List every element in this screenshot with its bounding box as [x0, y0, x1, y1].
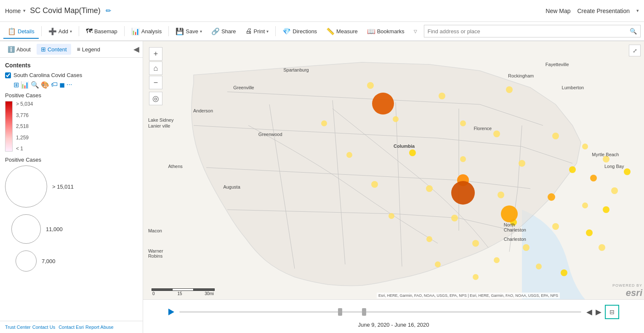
svg-point-40: [501, 205, 518, 222]
share-label: Share: [221, 28, 236, 35]
svg-point-27: [552, 223, 559, 230]
svg-point-32: [494, 257, 500, 263]
scale-graphic: 0 15 30mi: [152, 288, 215, 296]
main-content: ℹ️ About ⊞ Content ≡ Legend ◀ Contents S…: [0, 41, 644, 333]
edit-pencil-icon[interactable]: ✏: [106, 7, 111, 15]
report-abuse-link[interactable]: Report Abuse: [85, 325, 114, 330]
sidebar-tabs: ℹ️ About ⊞ Content ≡ Legend ◀: [0, 41, 143, 58]
legend-tab-label: Legend: [82, 46, 100, 53]
home-link[interactable]: Home: [5, 8, 21, 14]
svg-point-8: [552, 133, 559, 139]
layer-tool-chart-icon[interactable]: 📊: [21, 81, 29, 89]
layer-tool-style-icon[interactable]: 🎨: [41, 81, 49, 89]
add-button[interactable]: ➕ Add ▾: [44, 25, 76, 39]
gradient-label-1: 1,259: [16, 135, 33, 141]
expand-button[interactable]: ⤢: [629, 45, 641, 56]
directions-button[interactable]: 💎 Directions: [278, 25, 321, 39]
svg-point-7: [493, 131, 500, 137]
timeline-controls: ◀ ▶ ⊟: [168, 305, 619, 319]
contact-esri-link[interactable]: Contact Esri: [59, 325, 84, 330]
timeline-next-button[interactable]: ▶: [596, 307, 601, 317]
svg-point-19: [371, 181, 378, 188]
bookmarks-button[interactable]: 📖 Bookmarks: [363, 25, 409, 39]
bubble-item-large: > 15,011: [5, 165, 138, 208]
timeline-handle-end[interactable]: [362, 308, 366, 316]
layer-tool-filter-icon[interactable]: 🔍: [31, 81, 39, 89]
svg-point-31: [523, 244, 530, 251]
attribution: Esri, HERE, Garmin, FAO, NOAA, USGS, EPA…: [377, 293, 560, 298]
gradient-label-3: 3,776: [16, 112, 33, 118]
details-button[interactable]: 📋 Details: [3, 25, 39, 39]
layer-tool-table-icon[interactable]: ⊞: [13, 81, 19, 89]
map-controls: + ⌂ − ◎: [149, 47, 162, 105]
svg-point-20: [426, 185, 433, 192]
bubble-item-small: 7,000: [5, 250, 138, 272]
print-icon: 🖨: [245, 27, 252, 35]
add-chevron-icon: ▾: [70, 29, 72, 34]
top-bar-dropdown-icon[interactable]: ▾: [636, 8, 639, 13]
svg-point-16: [569, 166, 576, 173]
locate-button[interactable]: ◎: [149, 92, 162, 105]
legend-section: Positive Cases > 5,034 3,776 2,518 1,259…: [5, 92, 138, 152]
svg-point-13: [409, 149, 416, 156]
svg-point-34: [561, 269, 567, 276]
print-chevron-icon: ▾: [266, 29, 269, 34]
zoom-in-button[interactable]: +: [149, 47, 162, 61]
print-button[interactable]: 🖨 Print ▾: [241, 25, 273, 38]
svg-point-10: [603, 156, 609, 163]
contact-us-link[interactable]: Contact Us: [32, 325, 55, 330]
powered-by-esri: POWERED BY esri: [612, 283, 642, 298]
scale-15: 15: [177, 291, 182, 296]
zoom-out-button[interactable]: −: [149, 76, 162, 89]
layer-row: South Carolina Covid Cases: [5, 72, 138, 78]
save-button[interactable]: 💾 Save ▾: [171, 25, 206, 39]
bookmarks-icon: 📖: [367, 27, 375, 35]
gradient-label-min: < 1: [16, 146, 33, 152]
timeline-bar: ◀ ▶ ⊟ June 9, 2020 - June 16, 2020: [143, 299, 644, 333]
timeline-track[interactable]: [179, 311, 581, 313]
layer-tool-symbol-icon[interactable]: ◼: [59, 81, 65, 89]
tab-about[interactable]: ℹ️ About: [3, 44, 35, 55]
layer-tool-more-icon[interactable]: ···: [67, 81, 72, 89]
tab-content[interactable]: ⊞ Content: [37, 44, 71, 55]
search-icon[interactable]: 🔍: [630, 28, 637, 35]
home-chevron-icon: ▾: [23, 8, 26, 13]
trust-center-link[interactable]: Trust Center: [5, 325, 31, 330]
positive-cases-color-title: Positive Cases: [5, 92, 138, 99]
search-input[interactable]: [428, 28, 630, 35]
map-area[interactable]: Fayetteville Rockingham Lumberton Greenv…: [143, 41, 644, 333]
create-presentation-button[interactable]: Create Presentation: [577, 8, 630, 14]
home-button[interactable]: ⌂: [149, 61, 162, 75]
timeline-prev-button[interactable]: ◀: [586, 307, 592, 317]
bubble-circle-large: [5, 165, 47, 208]
search-box[interactable]: 🔍: [424, 25, 641, 37]
svg-point-38: [599, 244, 605, 251]
layer-checkbox[interactable]: [5, 72, 11, 78]
measure-button[interactable]: 📏 Measure: [322, 25, 362, 39]
svg-point-11: [624, 168, 631, 175]
basemap-button[interactable]: 🗺 Basemap: [82, 25, 122, 38]
more-tools-button[interactable]: ▽: [410, 27, 421, 37]
bubble-circle-small: [16, 250, 37, 272]
gradient-label-max: > 5,034: [16, 101, 33, 107]
svg-point-18: [611, 187, 618, 194]
timeline-settings-button[interactable]: ⊟: [605, 305, 619, 319]
about-icon: ℹ️: [8, 46, 15, 53]
timeline-handle-start[interactable]: [338, 308, 342, 316]
add-icon: ➕: [48, 27, 57, 35]
new-map-button[interactable]: New Map: [546, 8, 570, 14]
print-label: Print: [254, 28, 265, 35]
analysis-button[interactable]: 📊 Analysis: [127, 25, 166, 39]
svg-point-15: [519, 160, 525, 167]
timeline-play-button[interactable]: [168, 309, 174, 315]
share-button[interactable]: 🔗 Share: [207, 25, 240, 39]
scale-bar: 0 15 30mi: [152, 288, 215, 296]
bubble-legend: Positive Cases > 15,011 11,000 7,000: [5, 157, 138, 272]
toolbar-separator-3: [124, 26, 125, 36]
sidebar-collapse-button[interactable]: ◀: [133, 45, 139, 54]
save-icon: 💾: [176, 27, 184, 35]
content-tab-label: Content: [48, 46, 67, 53]
tab-legend[interactable]: ≡ Legend: [73, 44, 105, 55]
sidebar-content: Contents South Carolina Covid Cases ⊞ 📊 …: [0, 58, 143, 321]
layer-tool-label-icon[interactable]: 🏷: [51, 81, 58, 89]
